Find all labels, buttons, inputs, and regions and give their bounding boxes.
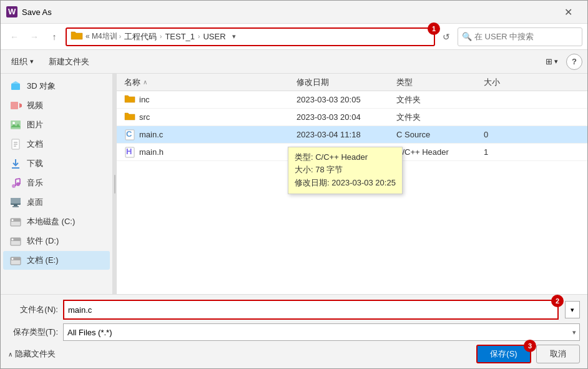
- tooltip-size: 大小: 78 字节: [295, 164, 396, 177]
- file-cell-type-main-h: C/C++ Header: [391, 147, 479, 157]
- help-button[interactable]: ?: [566, 54, 582, 70]
- header-icon: H: [124, 147, 135, 158]
- pictures-icon: [9, 119, 22, 131]
- search-box[interactable]: 🔍: [458, 27, 582, 46]
- chevron-2: ›: [160, 33, 162, 40]
- 3d-objects-icon: [9, 80, 22, 92]
- sort-indicator: ∧: [143, 79, 147, 86]
- toolbar: 组织 ▾ 新建文件夹 ⊞ ▾ ?: [1, 50, 587, 74]
- filename-main-h: main.h: [139, 147, 164, 157]
- table-row[interactable]: C main.c 2023-03-04 11:18 C Source 0: [117, 126, 587, 144]
- filename-label: 文件名(N):: [8, 304, 58, 315]
- sidebar-label-3d-objects: 3D 对象: [27, 81, 56, 92]
- sidebar-item-software-d[interactable]: 软件 (D:): [3, 232, 110, 250]
- annotation-2: 2: [551, 295, 564, 307]
- svg-point-14: [12, 184, 16, 188]
- sidebar-label-video: 视频: [27, 100, 43, 111]
- table-row[interactable]: src 2023-03-03 20:04 文件夹: [117, 109, 587, 126]
- sidebar-label-downloads: 下载: [27, 158, 43, 169]
- music-icon: [9, 177, 22, 189]
- organize-label: 组织: [11, 56, 27, 67]
- column-header-date[interactable]: 修改日期: [292, 77, 391, 88]
- filename-src: src: [139, 112, 150, 122]
- hide-folder-label: 隐藏文件夹: [15, 348, 56, 360]
- address-dropdown-button[interactable]: ▾: [227, 30, 241, 44]
- up-button[interactable]: ↑: [46, 28, 63, 46]
- chevron-1: ›: [119, 33, 121, 40]
- folder-icon-inc: [124, 94, 135, 106]
- software-d-icon: [9, 235, 22, 247]
- filetype-select[interactable]: All Files (*.*): [63, 323, 580, 341]
- save-button[interactable]: 3 保存(S): [476, 345, 531, 363]
- sidebar-item-music[interactable]: 音乐: [3, 174, 110, 192]
- view-icon: ⊞: [546, 57, 552, 66]
- sidebar: 3D 对象 视频 图片 文档: [1, 74, 113, 294]
- new-folder-button[interactable]: 新建文件夹: [43, 53, 95, 71]
- path-prefix: « M4培训: [86, 31, 117, 42]
- svg-text:C: C: [126, 129, 132, 139]
- svg-text:H: H: [126, 147, 132, 156]
- cancel-button[interactable]: 取消: [536, 345, 580, 363]
- action-buttons: 3 保存(S) 取消: [476, 345, 580, 363]
- svg-rect-6: [11, 121, 21, 129]
- refresh-button[interactable]: ↺: [438, 28, 455, 46]
- path-segment-3[interactable]: USER: [202, 32, 227, 41]
- file-cell-name-main-c: C main.c: [117, 129, 292, 140]
- file-cell-name-src: src: [117, 112, 292, 123]
- filename-inc: inc: [139, 95, 150, 104]
- filetype-select-wrapper: All Files (*.*) ▾: [63, 323, 580, 341]
- cancel-label: 取消: [550, 348, 566, 360]
- sidebar-item-local-disk-c[interactable]: 本地磁盘 (C:): [3, 212, 110, 231]
- file-cell-type-src: 文件夹: [391, 112, 479, 123]
- sidebar-item-video[interactable]: 视频: [3, 96, 110, 115]
- svg-point-31: [12, 258, 14, 260]
- main-content: 3D 对象 视频 图片 文档: [1, 74, 587, 294]
- filetype-row: 保存类型(T): All Files (*.*) ▾: [8, 323, 580, 341]
- sidebar-item-downloads[interactable]: 下载: [3, 154, 110, 173]
- back-button[interactable]: ←: [6, 28, 23, 46]
- column-header-name[interactable]: 名称 ∧: [117, 77, 292, 88]
- sidebar-item-pictures[interactable]: 图片: [3, 116, 110, 134]
- sidebar-item-documents-e[interactable]: 文档 (E:): [3, 251, 110, 270]
- desktop-icon: [9, 196, 22, 209]
- annotation-1: 1: [428, 22, 440, 35]
- svg-point-15: [16, 182, 20, 186]
- svg-rect-21: [14, 205, 17, 206]
- action-row: ∧ 隐藏文件夹 3 保存(S) 取消: [8, 345, 580, 363]
- c-source-icon: C: [124, 129, 135, 140]
- view-arrow: ▾: [554, 57, 558, 66]
- path-segment-1[interactable]: 工程代码: [123, 31, 158, 42]
- view-options-button[interactable]: ⊞ ▾: [541, 54, 562, 69]
- search-input[interactable]: [474, 32, 579, 41]
- sidebar-item-documents[interactable]: 文档: [3, 135, 110, 154]
- file-list-header: 名称 ∧ 修改日期 类型 大小: [117, 74, 587, 91]
- downloads-icon: [9, 157, 22, 170]
- filename-dropdown-button[interactable]: ▾: [565, 301, 580, 318]
- file-cell-date-main-c: 2023-03-04 11:18: [292, 130, 391, 139]
- dialog-title: Save As: [22, 7, 554, 17]
- svg-point-28: [12, 239, 14, 240]
- sidebar-item-desktop[interactable]: 桌面: [3, 193, 110, 212]
- documents-icon: [9, 138, 22, 150]
- sidebar-label-music: 音乐: [27, 177, 43, 189]
- table-row[interactable]: inc 2023-03-03 20:05 文件夹: [117, 91, 587, 109]
- address-path[interactable]: 1 « M4培训 › 工程代码 › TEST_1 › USER ▾: [66, 27, 435, 46]
- column-header-size[interactable]: 大小: [479, 77, 587, 88]
- column-header-type[interactable]: 类型: [391, 77, 479, 88]
- close-button[interactable]: ✕: [554, 1, 582, 24]
- folder-icon-src: [124, 112, 135, 123]
- save-as-dialog: W Save As ✕ ← → ↑ 1 « M4培训 › 工程代码 › TEST…: [0, 0, 588, 369]
- hide-folder-button[interactable]: ∧ 隐藏文件夹: [8, 348, 56, 360]
- tooltip-type: 类型: C/C++ Header: [295, 151, 396, 164]
- file-cell-name-main-h: H main.h: [117, 147, 292, 158]
- filename-input[interactable]: [64, 301, 557, 318]
- sidebar-item-3d-objects[interactable]: 3D 对象: [3, 77, 110, 96]
- search-icon: 🔍: [462, 32, 472, 41]
- path-segment-2[interactable]: TEST_1: [164, 32, 196, 41]
- organize-button[interactable]: 组织 ▾: [6, 53, 39, 71]
- file-tooltip: 类型: C/C++ Header 大小: 78 字节 修改日期: 2023-03…: [288, 147, 403, 194]
- sidebar-label-software-d: 软件 (D:): [27, 235, 59, 247]
- filetype-label: 保存类型(T):: [8, 327, 58, 338]
- path-folder-icon: [71, 31, 83, 43]
- forward-button[interactable]: →: [26, 28, 43, 46]
